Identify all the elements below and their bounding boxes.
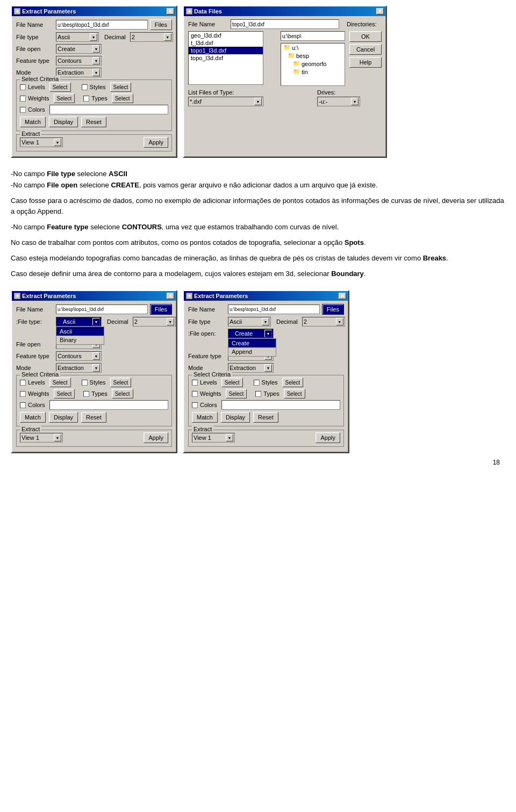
dir-item-2[interactable]: 📁besp — [281, 52, 345, 60]
types-checkbox[interactable] — [83, 96, 89, 102]
bl-view-dropdown[interactable]: View 1 ▼ — [20, 433, 63, 443]
bl-featuretype-arrow[interactable]: ▼ — [92, 352, 100, 360]
br-view-dropdown[interactable]: View 1 ▼ — [192, 433, 235, 443]
drives-arrow[interactable]: ▼ — [351, 98, 359, 105]
bl-featuretype-dropdown[interactable]: Contours ▼ — [56, 351, 102, 361]
close-button[interactable]: ✕ — [167, 8, 174, 15]
br-weights-cb[interactable] — [192, 391, 198, 397]
view-dropdown[interactable]: View 1 ▼ — [20, 137, 63, 147]
bl-types-select[interactable]: Select — [112, 389, 133, 398]
br-create-option[interactable]: Create — [228, 339, 276, 347]
br-fileopen-arrow[interactable]: ▼ — [264, 330, 272, 337]
br-levels-cb[interactable] — [192, 380, 198, 386]
file-open-dropdown[interactable]: Create ▼ — [56, 44, 102, 54]
file-item-3[interactable]: topo1_l3d.dxf — [189, 47, 263, 54]
file-type-dropdown[interactable]: Ascii ▼ — [56, 32, 99, 42]
dir-item-1[interactable]: 📁u:\ — [281, 44, 345, 52]
br-match-btn[interactable]: Match — [192, 412, 218, 423]
types-select-btn[interactable]: Select — [112, 93, 133, 103]
br-levels-select[interactable]: Select — [221, 378, 243, 387]
bl-binary-option[interactable]: Binary — [56, 336, 104, 344]
styles-select-btn[interactable]: Select — [110, 82, 132, 92]
bl-match-btn[interactable]: Match — [20, 412, 46, 423]
br-mode-arrow[interactable]: ▼ — [264, 364, 272, 372]
styles-checkbox[interactable] — [82, 84, 88, 90]
bl-filename-input[interactable]: u:\besp\topo1_l3d.dxf — [56, 305, 148, 314]
df-filename-input[interactable]: topo1_l3d.dxf — [231, 19, 339, 29]
match-btn[interactable]: Match — [20, 117, 46, 127]
apply-btn-top[interactable]: Apply — [144, 137, 168, 148]
br-colors-input[interactable] — [221, 400, 340, 410]
bl-display-btn[interactable]: Display — [49, 412, 78, 423]
bl-styles-select[interactable]: Select — [110, 378, 132, 387]
br-view-arrow[interactable]: ▼ — [226, 434, 233, 441]
br-fileopen-menu[interactable]: Create Append — [228, 338, 276, 357]
bl-decimal-arrow[interactable]: ▼ — [167, 318, 174, 325]
br-styles-cb[interactable] — [254, 380, 260, 386]
cancel-btn[interactable]: Cancel — [349, 44, 382, 55]
levels-select-btn[interactable]: Select — [49, 82, 71, 92]
bl-files-btn[interactable]: Files — [150, 304, 172, 315]
bl-mode-arrow[interactable]: ▼ — [92, 364, 100, 372]
mode-dropdown[interactable]: Extraction ▼ — [56, 68, 102, 77]
br-display-btn[interactable]: Display — [221, 412, 250, 423]
br-files-btn[interactable]: Files — [322, 304, 344, 315]
br-apply-btn[interactable]: Apply — [316, 432, 340, 443]
bl-levels-cb[interactable] — [20, 380, 26, 386]
file-name-input[interactable]: u:\besp\topo1_l3d.dxf — [56, 20, 148, 30]
bl-weights-cb[interactable] — [20, 391, 26, 397]
br-types-cb[interactable] — [255, 391, 261, 397]
decimal-arrow[interactable]: ▼ — [164, 33, 171, 41]
decimal-dropdown[interactable]: 2 ▼ — [130, 32, 173, 42]
files-button-top[interactable]: Files — [150, 19, 172, 30]
mode-arrow[interactable]: ▼ — [92, 69, 100, 76]
feature-type-dropdown[interactable]: Contours ▼ — [56, 56, 102, 66]
levels-checkbox[interactable] — [20, 84, 26, 90]
colors-input[interactable] — [49, 105, 168, 114]
br-filetype-arrow[interactable]: ▼ — [262, 318, 269, 325]
bl-filetype-dropdown[interactable]: Ascii ▼ — [56, 317, 102, 327]
bl-types-cb[interactable] — [83, 391, 89, 397]
br-styles-select[interactable]: Select — [282, 378, 304, 387]
bl-decimal-dropdown[interactable]: 2 ▼ — [133, 317, 176, 327]
colors-checkbox[interactable] — [20, 107, 26, 113]
files-listbox[interactable]: geo_l3d.dxf t_l3d.dxf topo1_l3d.dxf topo… — [188, 31, 263, 85]
file-type-arrow[interactable]: ▼ — [90, 33, 97, 41]
br-mode-dropdown[interactable]: Extraction ▼ — [228, 363, 274, 373]
bl-filetype-menu[interactable]: Ascii Binary — [56, 327, 104, 345]
bl-mode-dropdown[interactable]: Extraction ▼ — [56, 363, 102, 373]
bl-styles-cb[interactable] — [82, 380, 88, 386]
reset-btn[interactable]: Reset — [81, 117, 106, 127]
br-types-select[interactable]: Select — [284, 389, 305, 398]
br-filename-input[interactable]: u:\besp\topo1_l3d.dxf — [228, 305, 320, 314]
br-weights-select[interactable]: Select — [226, 389, 247, 398]
bl-colors-cb[interactable] — [20, 402, 26, 408]
dirs-listbox[interactable]: 📁u:\ 📁besp 📁geomorfo 📁tin — [281, 43, 345, 86]
file-open-arrow[interactable]: ▼ — [92, 45, 100, 53]
view-arrow[interactable]: ▼ — [54, 139, 61, 146]
weights-select-btn[interactable]: Select — [54, 93, 75, 103]
br-reset-btn[interactable]: Reset — [253, 412, 278, 423]
list-type-dropdown[interactable]: *.dxf ▼ — [188, 97, 263, 106]
file-item-1[interactable]: geo_l3d.dxf — [189, 32, 263, 39]
bl-colors-input[interactable] — [49, 400, 168, 410]
bl-view-arrow[interactable]: ▼ — [54, 434, 61, 441]
file-item-4[interactable]: topo_l3d.dxf — [189, 54, 263, 62]
bl-reset-btn[interactable]: Reset — [81, 412, 106, 423]
br-decimal-arrow[interactable]: ▼ — [336, 318, 343, 325]
bl-filetype-arrow[interactable]: ▼ — [92, 318, 100, 325]
br-append-option[interactable]: Append — [228, 347, 276, 356]
list-type-arrow[interactable]: ▼ — [254, 98, 262, 105]
datafiles-close[interactable]: ✕ — [376, 8, 384, 15]
bl-ascii-option[interactable]: Ascii — [56, 327, 104, 336]
dir-item-4[interactable]: 📁tin — [281, 68, 345, 76]
extract-br-close[interactable]: ✕ — [339, 293, 346, 299]
help-btn[interactable]: Help — [349, 57, 382, 68]
file-item-2[interactable]: t_l3d.dxf — [189, 39, 263, 47]
br-filetype-dropdown[interactable]: Ascii ▼ — [228, 317, 271, 327]
br-fileopen-dropdown[interactable]: Create ▼ — [228, 329, 274, 338]
drives-dropdown[interactable]: -u:- ▼ — [317, 97, 360, 106]
dir-item-3[interactable]: 📁geomorfo — [281, 60, 345, 68]
bl-apply-btn[interactable]: Apply — [144, 432, 168, 443]
br-colors-cb[interactable] — [192, 402, 198, 408]
